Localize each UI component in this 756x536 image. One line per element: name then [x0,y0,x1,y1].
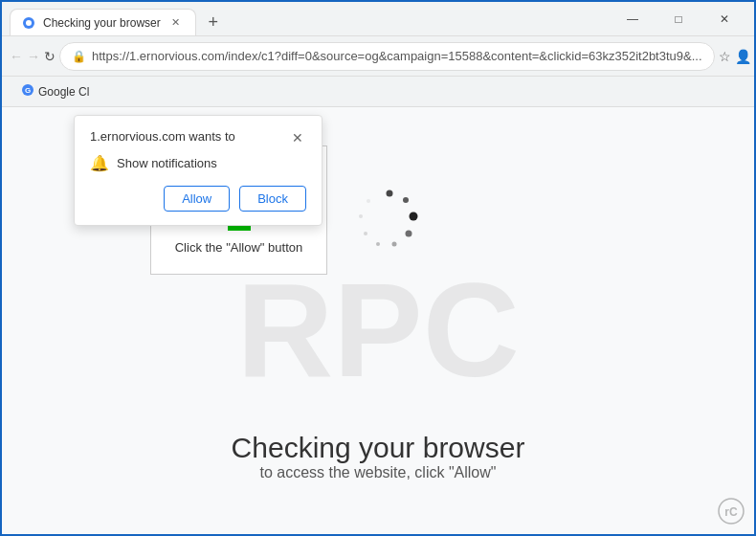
popup-buttons: Allow Block [90,186,306,212]
bookmark-google-label: Google Cl [38,85,89,99]
wm-p: P [333,263,422,397]
lock-icon: 🔒 [72,50,86,63]
bell-icon: 🔔 [90,154,109,172]
wm-c: C [423,263,520,397]
notification-popup: 1.ernorvious.com wants to ✕ 🔔 Show notif… [74,115,322,226]
svg-point-10 [376,242,380,246]
svg-point-1 [26,20,32,26]
notification-text: Show notifications [117,156,217,170]
svg-point-9 [392,242,397,247]
svg-point-7 [410,212,418,221]
svg-text:rC: rC [724,505,738,519]
window-controls: — □ ✕ [611,4,746,34]
back-button[interactable]: ← [10,41,23,72]
tab-close-button[interactable]: ✕ [168,15,184,31]
bookmarks-bar: G Google Cl [2,77,754,107]
title-bar: Checking your browser ✕ + — □ ✕ [2,2,754,36]
toolbar: ← → ↻ 🔒 https://1.ernorvious.com/index/c… [2,36,754,77]
forward-button[interactable]: → [27,41,40,72]
svg-point-8 [406,231,412,237]
svg-point-13 [367,199,370,203]
wm-r: R [236,263,333,397]
allow-button[interactable]: Allow [164,186,230,212]
page-heading: Checking your browser [2,432,754,464]
block-button[interactable]: Block [239,186,306,212]
popup-title: 1.ernorvious.com wants to [90,129,235,144]
browser-window: Checking your browser ✕ + — □ ✕ ← → ↻ 🔒 … [0,0,756,536]
loading-spinner [351,184,428,260]
svg-point-5 [387,190,393,197]
minimize-button[interactable]: — [611,4,655,34]
tab-title: Checking your browser [43,16,161,30]
svg-point-11 [364,232,367,235]
maximize-button[interactable]: □ [656,4,700,34]
recaptcha-badge: rC [718,498,745,526]
bookmark-google-favicon: G [21,83,34,100]
bookmark-star-icon[interactable]: ☆ [719,41,731,72]
bookmark-google[interactable]: G Google Cl [13,80,97,103]
popup-close-button[interactable]: ✕ [289,129,306,146]
browser-tab[interactable]: Checking your browser ✕ [10,9,196,35]
page-content: R P C 1.ernorvious.com wants to ✕ 🔔 Show… [2,107,754,534]
url-text: https://1.ernorvious.com/index/c1?diff=0… [92,49,702,63]
bottom-text: Checking your browser to access the webs… [2,432,754,481]
new-tab-button[interactable]: + [200,9,227,35]
close-button[interactable]: ✕ [702,4,746,34]
popup-header: 1.ernorvious.com wants to ✕ [90,129,306,146]
profile-icon[interactable]: 👤 [735,41,751,72]
arrow-label: Click the "Allow" button [175,240,303,255]
refresh-button[interactable]: ↻ [44,41,56,72]
svg-point-6 [403,197,409,203]
tab-bar: Checking your browser ✕ + [10,2,611,35]
svg-point-12 [359,214,363,218]
popup-notification-row: 🔔 Show notifications [90,154,306,172]
page-subheading: to access the website, click "Allow" [2,464,754,481]
address-bar[interactable]: 🔒 https://1.ernorvious.com/index/c1?diff… [59,42,715,71]
svg-text:G: G [25,86,31,95]
tab-favicon [22,16,35,30]
